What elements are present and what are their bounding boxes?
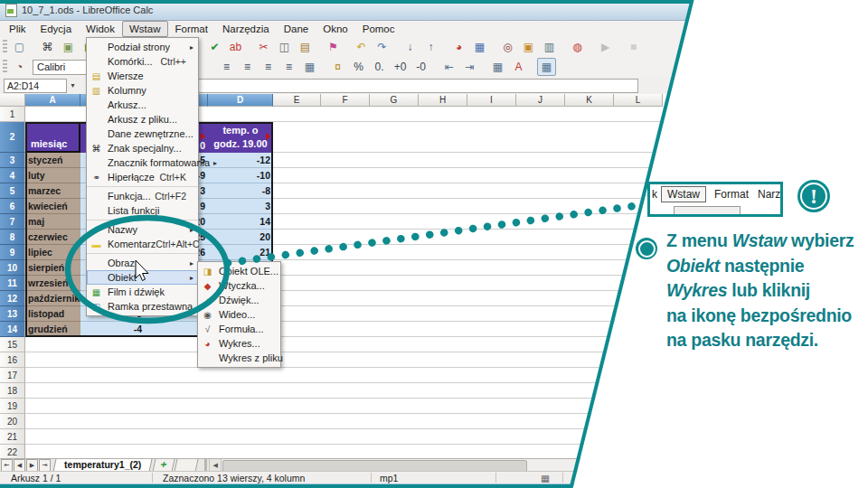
- menu-item-nazwy[interactable]: Nazwy ▸: [87, 220, 198, 237]
- row-header[interactable]: 14: [0, 322, 25, 337]
- toolbar-grip[interactable]: [3, 40, 7, 54]
- menu-widok[interactable]: Widok: [79, 21, 122, 37]
- select-all-corner[interactable]: [0, 94, 25, 107]
- column-header[interactable]: E: [273, 94, 321, 107]
- value-cell[interactable]: 14: [208, 214, 273, 230]
- row-header[interactable]: 22: [0, 445, 25, 458]
- last-sheet-button[interactable]: ⇥: [39, 459, 51, 472]
- title-bar[interactable]: 10_7_1.ods - LibreOffice Calc: [0, 0, 693, 21]
- cell-a2-active[interactable]: miesiąc: [25, 122, 80, 153]
- menu-narzedzia[interactable]: Narzędzia: [215, 21, 277, 37]
- value-cell[interactable]: -10: [208, 168, 273, 183]
- next-sheet-button[interactable]: ▶: [26, 459, 38, 472]
- menu-item-film-i-dzwiek[interactable]: ▦ Film i dźwięk: [87, 285, 198, 299]
- month-cell[interactable]: lipiec: [25, 245, 80, 260]
- menu-item-arkusz[interactable]: Arkusz...: [87, 98, 198, 112]
- menu-plik[interactable]: Plik: [2, 21, 33, 37]
- menu-item-ramka-przestawna[interactable]: ◫ Ramka przestawna...: [87, 299, 198, 314]
- submenu-item-formula[interactable]: √ Formuła...: [198, 322, 280, 336]
- copy-icon[interactable]: ◫: [275, 38, 294, 56]
- menu-item-komentarz[interactable]: ▬ Komentarz Ctrl+Alt+C: [87, 237, 198, 251]
- submenu-item-dzwiek[interactable]: ♪ Dźwięk...: [198, 293, 280, 307]
- toolbar-grip[interactable]: [3, 60, 7, 74]
- cut-icon[interactable]: ✂: [254, 38, 273, 56]
- menu-item-wiersze[interactable]: ▤ Wiersze: [87, 69, 198, 83]
- menu-pomoc[interactable]: Pomoc: [355, 21, 402, 37]
- row-header[interactable]: 5: [0, 183, 25, 199]
- align-right-icon[interactable]: ≡: [259, 58, 278, 76]
- menu-item-arkusz-z-pliku[interactable]: Arkusz z pliku...: [87, 112, 198, 127]
- row-header[interactable]: 16: [0, 352, 25, 368]
- name-box-dropdown-icon[interactable]: ▾: [67, 79, 79, 93]
- autospellcheck-icon[interactable]: ab: [226, 38, 245, 56]
- undo-icon[interactable]: ↶: [352, 38, 371, 56]
- month-cell[interactable]: styczeń: [25, 153, 80, 168]
- menu-dane[interactable]: Dane: [277, 21, 316, 37]
- row-header[interactable]: 8: [0, 230, 25, 245]
- row-header[interactable]: 11: [0, 276, 25, 291]
- edit-points-icon[interactable]: ⌘: [38, 38, 57, 56]
- row-header[interactable]: 17: [0, 368, 25, 383]
- navigator-icon[interactable]: ◎: [498, 38, 517, 56]
- insert-image-icon[interactable]: ▣: [59, 38, 78, 56]
- menu-format[interactable]: Format: [168, 21, 215, 37]
- submenu-item-wykres-z-pliku[interactable]: Wykres z pliku: [198, 351, 280, 365]
- sort-descending-icon[interactable]: ↑: [421, 38, 440, 56]
- submenu-item-wykres[interactable]: ◕ Wykres...: [198, 336, 280, 351]
- month-cell[interactable]: październik: [25, 291, 80, 306]
- add-sheet-button[interactable]: +: [153, 459, 175, 472]
- submenu-item-obiekt-ole[interactable]: ◨ Obiekt OLE...: [198, 264, 280, 278]
- month-cell[interactable]: luty: [25, 168, 80, 183]
- styles-icon[interactable]: ◔: [10, 58, 29, 76]
- month-cell[interactable]: czerwiec: [25, 230, 80, 245]
- submenu-item-wtyczka[interactable]: ◆ Wtyczka...: [198, 278, 280, 293]
- paste-icon[interactable]: ▤: [296, 38, 315, 56]
- redo-icon[interactable]: ↷: [373, 38, 392, 56]
- delete-decimal-icon[interactable]: -0: [411, 58, 430, 76]
- row-header[interactable]: 2: [0, 122, 25, 153]
- row-header[interactable]: 13: [0, 306, 25, 322]
- column-header[interactable]: I: [467, 94, 516, 107]
- tab-scroll-splitter[interactable]: [204, 459, 207, 472]
- month-cell[interactable]: kwiecień: [25, 199, 80, 214]
- formula-input[interactable]: [136, 79, 638, 93]
- menu-item-znacznik-formatowania[interactable]: Znacznik formatowania ▸: [87, 155, 198, 170]
- insert-chart-icon[interactable]: ◕: [449, 38, 468, 56]
- month-cell[interactable]: maj: [25, 214, 80, 230]
- sort-ascending-icon[interactable]: ↓: [401, 38, 420, 56]
- menu-item-obraz[interactable]: Obraz ▸: [87, 253, 198, 270]
- column-header[interactable]: A: [25, 94, 80, 107]
- month-cell[interactable]: marzec: [25, 183, 80, 199]
- merge-cells-icon[interactable]: ▦: [300, 58, 319, 76]
- row-header[interactable]: 4: [0, 168, 25, 183]
- first-sheet-button[interactable]: ⇤: [1, 459, 13, 472]
- currency-format-icon[interactable]: ¤: [328, 58, 347, 76]
- decrease-indent-icon[interactable]: ⇤: [439, 58, 458, 76]
- column-header[interactable]: D: [208, 94, 273, 107]
- row-header[interactable]: 7: [0, 214, 25, 230]
- stop-icon[interactable]: ■: [624, 38, 643, 56]
- prev-sheet-button[interactable]: ◀: [14, 459, 25, 472]
- clone-formatting-icon[interactable]: ⚑: [324, 38, 343, 56]
- menu-item-kolumny[interactable]: ▥ Kolumny: [87, 83, 198, 98]
- pivot-table-icon[interactable]: ▦: [470, 38, 489, 56]
- column-header[interactable]: K: [565, 94, 614, 107]
- name-box[interactable]: A2:D14: [4, 79, 67, 93]
- column-header[interactable]: J: [516, 94, 565, 107]
- menu-item-podzial-strony[interactable]: Podział strony ▸: [87, 40, 198, 54]
- grid-lines-icon[interactable]: ▦: [537, 58, 556, 76]
- font-color-icon[interactable]: A: [509, 58, 528, 76]
- menu-item-dane-zewnetrzne[interactable]: Dane zewnętrzne...: [87, 127, 198, 141]
- run-macro-icon[interactable]: ▶: [596, 38, 615, 56]
- percent-format-icon[interactable]: %: [349, 58, 368, 76]
- column-header[interactable]: G: [370, 94, 419, 107]
- row-header[interactable]: 10: [0, 260, 25, 276]
- row-header[interactable]: 1: [0, 107, 25, 122]
- data-sources-icon[interactable]: ▥: [540, 38, 559, 56]
- new-document-icon[interactable]: ▢: [10, 38, 29, 56]
- sheet-tab-blank[interactable]: [175, 459, 199, 472]
- add-decimal-icon[interactable]: +0: [391, 58, 410, 76]
- sheet-tab-active[interactable]: temperatury1_(2): [53, 459, 153, 472]
- column-header[interactable]: L: [614, 94, 663, 107]
- increase-indent-icon[interactable]: ⇥: [460, 58, 479, 76]
